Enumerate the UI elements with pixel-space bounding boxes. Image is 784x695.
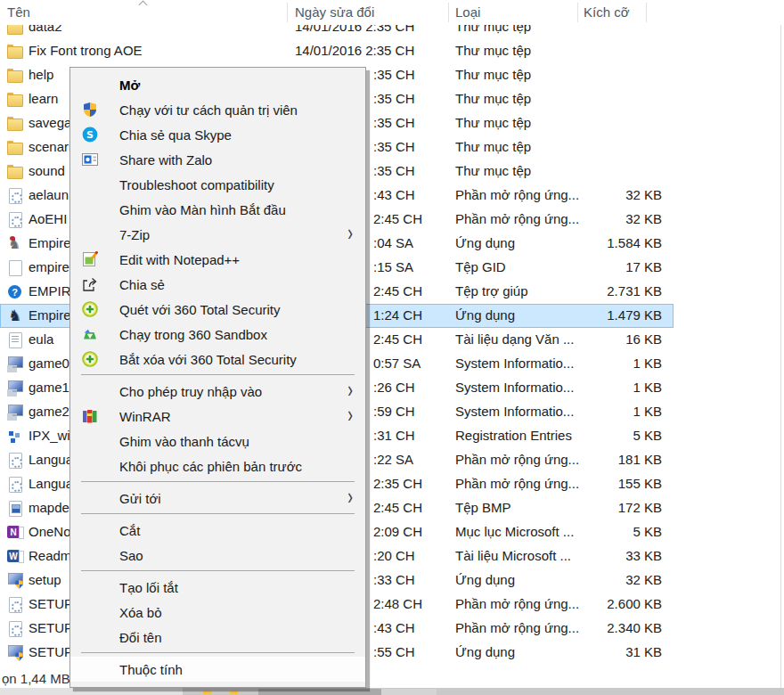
menu-item-properties[interactable]: Thuộc tính [70, 657, 365, 682]
file-size: 181 KB [543, 452, 662, 467]
menu-item-copy[interactable]: Sao [70, 543, 365, 568]
menu-item-pin-to-taskbar[interactable]: Ghim vào thanh tácvụ [70, 429, 365, 454]
menu-item-send-to[interactable]: Gửi tới› [70, 486, 365, 511]
menu-item-label: WinRAR [119, 409, 171, 424]
file-type: Ứng dụng [455, 235, 515, 250]
horizontal-scrollbar[interactable] [0, 688, 784, 695]
file-row[interactable]: Fix Font trong AOE14/01/2016 2:35 CHThư … [0, 39, 784, 63]
file-name: eula [29, 331, 53, 347]
menu-item-share-via-skype[interactable]: SChia sẻ qua Skype [70, 122, 365, 147]
menu-separator [81, 570, 355, 571]
menu-item-cut[interactable]: Cắt [70, 518, 365, 543]
menu-item-label: Thuộc tính [119, 662, 183, 677]
context-menu: MởChạy với tư cách quản trị viênSChia sẻ… [69, 67, 366, 688]
menu-separator [81, 652, 355, 653]
menu-item-7-zip[interactable]: 7-Zip› [70, 222, 365, 247]
file-type: Thư mục tệp [455, 67, 531, 82]
column-header-date-modified[interactable]: Ngày sửa đổi [295, 4, 374, 20]
menu-item-run-as-admin[interactable]: Chạy với tư cách quản trị viên [70, 97, 365, 122]
gear-file-icon [7, 597, 23, 612]
menu-icon-slot [81, 457, 99, 475]
menu-item-scan-with-360[interactable]: Quét với 360 Total Security [70, 297, 365, 322]
menu-item-block-delete-360[interactable]: Bắt xóa với 360 Total Security [70, 347, 365, 372]
column-divider[interactable] [448, 3, 449, 22]
menu-item-label: Ghim vào thanh tácvụ [119, 434, 249, 449]
uac-shield-icon [81, 101, 99, 119]
menu-item-label: Troubleshoot compatibility [119, 177, 274, 192]
menu-separator [81, 513, 355, 514]
file-date-modified: :22 SA [373, 452, 413, 467]
file-name: Langua [29, 476, 73, 491]
menu-item-run-in-360-sandbox[interactable]: Chạy trong 360 Sandbox [70, 322, 365, 347]
menu-item-label: Cắt [119, 523, 140, 538]
file-date-modified: :15 SA [373, 259, 413, 274]
file-name: AoEHI [29, 211, 67, 226]
file-size: 1.584 KB [543, 235, 662, 250]
menu-item-label: Chia sẻ [119, 277, 165, 292]
file-date-modified: 2:45 CH [373, 211, 422, 226]
menu-item-create-shortcut[interactable]: Tạo lối tắt [70, 575, 365, 600]
menu-item-label: Quét với 360 Total Security [119, 302, 280, 317]
menu-item-share[interactable]: Chia sẻ [70, 272, 365, 297]
menu-item-winrar[interactable]: WinRAR› [70, 404, 365, 429]
scrollbar-thumb[interactable] [258, 689, 381, 695]
file-type: Ứng dụng [455, 572, 515, 587]
file-size: 1 KB [543, 356, 662, 371]
file-date-modified: :55 CH [373, 644, 415, 659]
menu-icon-slot [81, 76, 99, 94]
file-name: Langua [29, 452, 73, 467]
column-header-type[interactable]: Loại [455, 4, 480, 20]
menu-item-label: Chạy trong 360 Sandbox [119, 327, 267, 342]
file-type: Ứng dụng [455, 644, 515, 659]
notepadpp-icon [81, 250, 99, 268]
submenu-arrow-icon: › [347, 377, 353, 404]
file-name: Empire [29, 307, 71, 323]
menu-item-grant-access-to[interactable]: Cho phép truy nhập vào› [70, 379, 365, 404]
column-header-name[interactable]: Tên [7, 4, 30, 20]
menu-item-label: 7-Zip [119, 227, 150, 242]
menu-item-label: Edit with Notepad++ [119, 252, 240, 267]
file-date-modified: :04 SA [373, 235, 413, 250]
menu-icon-slot [81, 546, 99, 564]
menu-item-label: Tạo lối tắt [119, 580, 178, 595]
menu-item-edit-with-notepadpp[interactable]: Edit with Notepad++ [70, 247, 365, 272]
file-date-modified: :35 CH [373, 115, 415, 130]
zalo-icon [81, 151, 99, 168]
file-date-modified: :35 CH [373, 163, 415, 178]
column-divider[interactable] [646, 3, 647, 22]
file-type: Tệp GID [455, 259, 506, 274]
menu-item-troubleshoot-compatibility[interactable]: Troubleshoot compatibility [70, 172, 365, 197]
menu-item-rename[interactable]: Đổi tên [70, 625, 365, 650]
file-date-modified: 2:48 CH [373, 596, 422, 611]
column-divider[interactable] [577, 3, 578, 22]
menu-separator [81, 374, 355, 375]
file-date-modified: :35 CH [373, 139, 415, 154]
file-type: Thư mục tệp [455, 163, 531, 178]
file-size: 1 KB [543, 380, 662, 395]
column-divider[interactable] [287, 3, 288, 22]
file-date-modified: :26 CH [373, 380, 415, 395]
file-name: aelaun [29, 187, 69, 202]
file-name: scenari [29, 139, 71, 154]
menu-item-share-with-zalo[interactable]: Share with Zalo [70, 147, 365, 172]
file-size: 2.340 KB [543, 620, 662, 635]
file-date-modified: 2:45 CH [373, 500, 422, 515]
menu-item-label: Ghim vào Màn hình Bắt đầu [119, 202, 286, 217]
menu-item-restore-previous-versions[interactable]: Khôi phục các phiên bản trước [70, 454, 365, 478]
helmet-icon [7, 236, 23, 251]
menu-item-label: Bắt xóa với 360 Total Security [119, 352, 297, 367]
menu-item-label: Chạy với tư cách quản trị viên [119, 102, 298, 118]
page-icon [7, 260, 23, 275]
file-size: 33 KB [543, 548, 662, 563]
onenote-icon [7, 525, 23, 540]
menu-item-open[interactable]: Mở [70, 72, 365, 97]
folder-icon [7, 140, 23, 155]
menu-icon-slot [81, 660, 99, 678]
menu-item-delete[interactable]: Xóa bỏ [70, 600, 365, 625]
menu-icon-slot [81, 603, 99, 621]
file-name: empire [29, 259, 69, 274]
column-header-size[interactable]: Kích cỡ [584, 4, 630, 20]
file-size: 5 KB [543, 428, 662, 443]
menu-separator [81, 481, 355, 482]
menu-item-pin-to-start[interactable]: Ghim vào Màn hình Bắt đầu [70, 197, 365, 222]
